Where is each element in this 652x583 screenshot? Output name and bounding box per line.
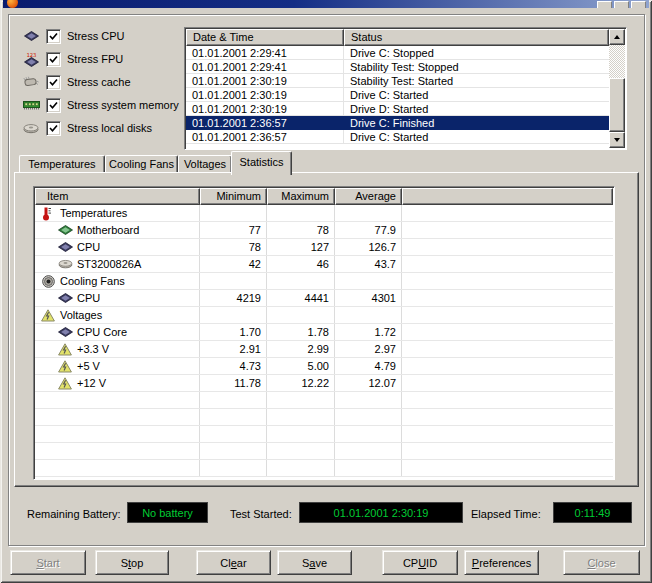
save-button[interactable]: Save xyxy=(277,550,352,575)
check-icon xyxy=(48,100,59,111)
close-window-button[interactable] xyxy=(631,1,646,8)
stress-option-label: Stress local disks xyxy=(67,122,152,134)
checkbox[interactable] xyxy=(46,75,61,90)
log-status: Stability Test: Started xyxy=(344,74,609,87)
cpuid-button[interactable]: CPUID xyxy=(382,550,458,575)
stats-row[interactable]: +3.3 V 2.91 2.99 2.97 xyxy=(35,341,613,358)
stats-max xyxy=(267,205,335,221)
stats-row[interactable]: CPU 4219 4441 4301 xyxy=(35,290,613,307)
stats-avg xyxy=(335,205,402,221)
log-column-datetime[interactable]: Date & Time xyxy=(186,29,344,46)
checkbox[interactable] xyxy=(46,121,61,136)
stats-avg xyxy=(335,273,402,289)
stats-row[interactable]: CPU Core 1.70 1.78 1.72 xyxy=(35,324,613,341)
log-row[interactable]: 01.01.2001 2:30:19Stability Test: Starte… xyxy=(186,74,609,88)
stats-avg: 1.72 xyxy=(335,324,402,340)
column-average[interactable]: Average xyxy=(335,188,402,205)
battery-label: Remaining Battery: xyxy=(27,508,121,520)
log-datetime: 01.01.2001 2:30:19 xyxy=(186,74,344,87)
thermometer-icon xyxy=(39,206,57,221)
titlebar xyxy=(3,0,649,8)
stress-option-memory[interactable]: Stress system memory xyxy=(22,95,179,115)
log-column-status[interactable]: Status xyxy=(344,29,609,46)
cpu-chip-icon xyxy=(56,242,74,253)
stats-max: 4441 xyxy=(267,290,335,306)
log-datetime: 01.01.2001 2:30:19 xyxy=(186,88,344,101)
stress-option-fpu[interactable]: 123 Stress FPU xyxy=(22,49,123,69)
test-started-display: 01.01.2001 2:30:19 xyxy=(299,502,463,523)
stats-row[interactable]: ST3200826A 42 46 43.7 xyxy=(35,256,613,273)
voltage-warning-icon xyxy=(56,377,74,390)
log-scrollbar[interactable] xyxy=(609,29,625,148)
stats-group-row[interactable]: Cooling Fans xyxy=(35,273,613,290)
stats-row[interactable]: Motherboard 77 78 77.9 xyxy=(35,222,613,239)
stats-row[interactable]: CPU 78 127 126.7 xyxy=(35,239,613,256)
stats-min: 2.91 xyxy=(200,341,267,357)
stress-option-disks[interactable]: Stress local disks xyxy=(22,118,152,138)
log-row[interactable]: 01.01.2001 2:36:57Drive C: Started xyxy=(186,130,609,144)
stats-avg: 126.7 xyxy=(335,239,402,255)
column-minimum[interactable]: Minimum xyxy=(200,188,267,205)
check-icon xyxy=(48,123,59,134)
hard-disk-icon xyxy=(22,123,40,134)
stress-option-cache[interactable]: Stress cache xyxy=(22,72,131,92)
column-filler xyxy=(402,188,613,205)
scrollbar-thumb[interactable] xyxy=(609,78,625,132)
scroll-up-button[interactable] xyxy=(609,29,625,45)
stats-empty-row xyxy=(35,392,613,409)
battery-display: No battery xyxy=(127,502,208,523)
fpu-icon: 123 xyxy=(22,51,40,68)
column-maximum[interactable]: Maximum xyxy=(267,188,335,205)
log-rows: 01.01.2001 2:29:41Drive C: Stopped 01.01… xyxy=(186,46,609,148)
scroll-up-icon xyxy=(614,35,620,39)
memory-module-icon xyxy=(22,100,40,110)
log-row[interactable]: 01.01.2001 2:30:19Drive D: Started xyxy=(186,102,609,116)
scroll-down-button[interactable] xyxy=(609,132,625,148)
stats-group-row[interactable]: Temperatures xyxy=(35,205,613,222)
stats-empty-row xyxy=(35,443,613,460)
log-row[interactable]: 01.01.2001 2:29:41Stability Test: Stoppe… xyxy=(186,60,609,74)
log-datetime: 01.01.2001 2:36:57 xyxy=(186,116,344,129)
checkbox[interactable] xyxy=(46,98,61,113)
stats-row[interactable]: +12 V 11.78 12.22 12.07 xyxy=(35,375,613,392)
checkbox[interactable] xyxy=(46,52,61,67)
log-row[interactable]: 01.01.2001 2:30:19Drive C: Started xyxy=(186,88,609,102)
column-item[interactable]: Item xyxy=(35,188,200,205)
stats-row[interactable]: +5 V 4.73 5.00 4.79 xyxy=(35,358,613,375)
check-icon xyxy=(48,54,59,65)
tab-statistics[interactable]: Statistics xyxy=(231,151,292,175)
tab-voltages[interactable]: Voltages xyxy=(178,155,232,173)
stats-min xyxy=(200,205,267,221)
stats-item-label: +12 V xyxy=(77,377,106,389)
clear-button[interactable]: Clear xyxy=(196,550,271,575)
stats-min: 4.73 xyxy=(200,358,267,374)
log-row[interactable]: 01.01.2001 2:29:41Drive C: Stopped xyxy=(186,46,609,60)
cpu-chip-icon xyxy=(22,31,40,42)
stats-max: 12.22 xyxy=(267,375,335,391)
stats-min: 4219 xyxy=(200,290,267,306)
stress-option-cpu[interactable]: Stress CPU xyxy=(22,26,124,46)
log-status: Drive C: Started xyxy=(344,130,609,143)
hard-disk-icon xyxy=(56,259,74,269)
tab-temperatures[interactable]: Temperatures xyxy=(19,155,105,173)
maximize-button[interactable] xyxy=(614,1,629,8)
stats-avg: 4.79 xyxy=(335,358,402,374)
stress-option-label: Stress FPU xyxy=(67,53,123,65)
close-button: Close xyxy=(563,550,640,575)
log-row-selected[interactable]: 01.01.2001 2:36:57Drive C: Finished xyxy=(186,116,609,130)
stats-group-row[interactable]: Voltages xyxy=(35,307,613,324)
log-status: Stability Test: Stopped xyxy=(344,60,609,73)
stats-empty-row xyxy=(35,409,613,426)
preferences-button[interactable]: Preferences xyxy=(464,550,539,575)
statistics-header: Item Minimum Maximum Average xyxy=(35,188,613,205)
minimize-button[interactable] xyxy=(597,1,612,8)
tab-cooling-fans[interactable]: Cooling Fans xyxy=(105,155,178,173)
checkbox[interactable] xyxy=(46,29,61,44)
stats-empty-row xyxy=(35,460,613,477)
log-status: Drive C: Started xyxy=(344,88,609,101)
stats-item-label: CPU xyxy=(77,241,100,253)
stop-button[interactable]: Stop xyxy=(95,550,169,575)
svg-text:123: 123 xyxy=(26,51,36,57)
stress-option-label: Stress system memory xyxy=(67,99,179,111)
stats-avg: 2.97 xyxy=(335,341,402,357)
